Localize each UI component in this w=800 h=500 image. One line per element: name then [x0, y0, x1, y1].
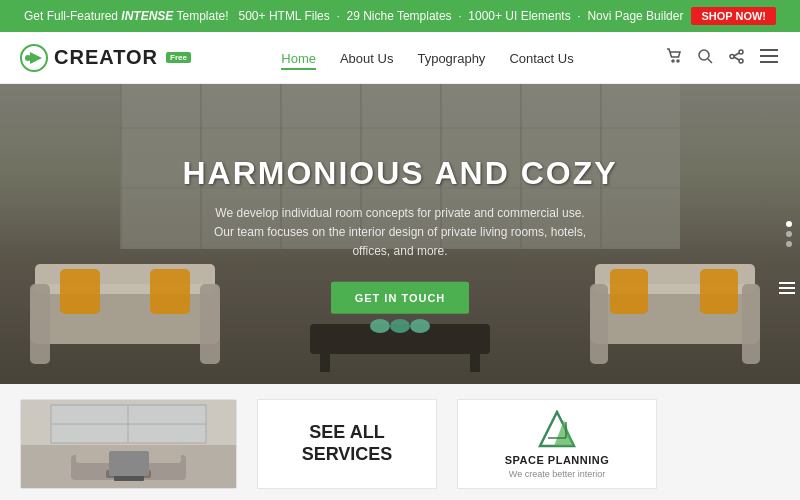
space-planning-icon: [538, 410, 576, 448]
banner-text: Get Full-Featured INTENSE Template! 500+…: [24, 9, 683, 23]
image-card: [20, 399, 237, 489]
nav-item-about[interactable]: About Us: [340, 49, 393, 67]
hero-side-menu[interactable]: [779, 282, 795, 294]
svg-point-32: [410, 319, 430, 333]
card-image-inner: [21, 400, 236, 486]
hamburger-line-2: [779, 287, 795, 289]
space-planning-title: SPACE PLANNING: [505, 454, 610, 466]
svg-point-4: [677, 60, 679, 62]
svg-marker-42: [554, 420, 574, 446]
logo-badge: Free: [166, 52, 191, 63]
search-icon[interactable]: [696, 47, 715, 69]
svg-point-9: [730, 54, 734, 58]
svg-rect-17: [30, 284, 50, 364]
svg-point-7: [739, 50, 743, 54]
services-title: SEE ALLSERVICES: [302, 422, 393, 465]
svg-point-5: [699, 50, 709, 60]
svg-point-31: [390, 319, 410, 333]
hero-scroll-nav: [786, 221, 792, 247]
share-icon[interactable]: [727, 47, 746, 69]
svg-rect-24: [742, 284, 760, 364]
coffee-table: [300, 314, 500, 374]
card-image: [21, 400, 236, 489]
hamburger-line-3: [779, 292, 795, 294]
svg-line-11: [734, 57, 739, 60]
card-small-element: [114, 466, 144, 481]
logo-text: CREATOR: [54, 46, 158, 69]
svg-rect-36: [76, 445, 181, 463]
bottom-section: SEE ALLSERVICES SPACE PLANNING We create…: [0, 384, 800, 500]
logo-area: CREATOR Free: [20, 44, 191, 72]
space-planning-card: SPACE PLANNING We create better interior: [457, 399, 657, 489]
hamburger-line-1: [779, 282, 795, 284]
hero-subtitle: We develop individual room concepts for …: [210, 204, 590, 262]
shop-now-button[interactable]: SHOP NOW!: [691, 7, 776, 25]
svg-marker-1: [30, 52, 42, 64]
svg-rect-29: [470, 354, 480, 372]
site-header: CREATOR Free Home About Us Typography Co…: [0, 32, 800, 84]
hero-section: HARMONIOUS AND COZY We develop individua…: [0, 84, 800, 384]
hero-title: HARMONIOUS AND COZY: [80, 155, 720, 192]
svg-line-10: [734, 53, 739, 56]
scroll-dot-1[interactable]: [786, 221, 792, 227]
nav-item-home[interactable]: Home: [281, 49, 316, 67]
scroll-dot-2[interactable]: [786, 231, 792, 237]
top-banner: Get Full-Featured INTENSE Template! 500+…: [0, 0, 800, 32]
nav-icons: [664, 46, 780, 69]
svg-point-2: [25, 55, 31, 61]
scroll-dot-3[interactable]: [786, 241, 792, 247]
interior-thumbnail: [21, 400, 236, 489]
svg-rect-28: [320, 354, 330, 372]
nav-item-contact[interactable]: Contact Us: [509, 49, 573, 67]
space-planning-desc: We create better interior: [501, 469, 613, 479]
cart-icon[interactable]: [664, 46, 684, 69]
hero-cta-button[interactable]: GET IN TOUCH: [331, 281, 470, 313]
svg-rect-14: [760, 61, 778, 63]
svg-point-8: [739, 59, 743, 63]
svg-rect-13: [760, 55, 778, 57]
svg-line-6: [708, 59, 712, 63]
svg-point-30: [370, 319, 390, 333]
services-card[interactable]: SEE ALLSERVICES: [257, 399, 437, 489]
logo-icon: [20, 44, 48, 72]
svg-rect-34: [21, 445, 236, 489]
hero-content: HARMONIOUS AND COZY We develop individua…: [80, 155, 720, 314]
nav-item-typography[interactable]: Typography: [417, 49, 485, 67]
menu-icon[interactable]: [758, 47, 780, 68]
svg-rect-12: [760, 49, 778, 51]
svg-point-3: [672, 60, 674, 62]
main-nav: Home About Us Typography Contact Us: [281, 49, 573, 67]
